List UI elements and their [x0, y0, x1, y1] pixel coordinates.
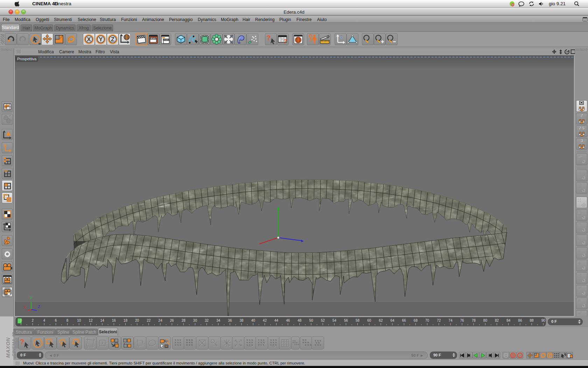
svg-text:16: 16 [112, 319, 116, 322]
svg-text:Z: Z [38, 305, 40, 309]
svg-text:58: 58 [356, 319, 360, 322]
svg-text:54: 54 [332, 319, 337, 322]
svg-text:2: 2 [581, 114, 583, 117]
svg-text:76: 76 [460, 319, 464, 322]
svg-text:24: 24 [158, 319, 162, 322]
svg-text:14: 14 [100, 319, 105, 322]
svg-text:Y: Y [30, 296, 33, 300]
svg-text:32: 32 [205, 319, 209, 322]
svg-text:52: 52 [321, 319, 325, 322]
svg-text:42: 42 [263, 319, 267, 322]
svg-text:38: 38 [239, 319, 244, 322]
svg-text:40: 40 [251, 319, 255, 322]
svg-text:12: 12 [89, 319, 93, 322]
svg-text:46: 46 [286, 319, 290, 322]
svg-text:6: 6 [55, 319, 57, 322]
svg-text:3: 3 [581, 139, 583, 143]
svg-text:74: 74 [448, 319, 453, 322]
svg-text:72: 72 [437, 319, 441, 322]
svg-text:34: 34 [216, 319, 220, 322]
svg-text:56: 56 [344, 319, 348, 322]
svg-text:86: 86 [518, 319, 522, 322]
svg-text:0: 0 [340, 34, 343, 40]
svg-text:P: P [549, 353, 551, 357]
svg-text:X: X [24, 305, 27, 309]
svg-text:80: 80 [483, 319, 488, 322]
svg-text:64: 64 [391, 319, 395, 322]
svg-text:50: 50 [309, 319, 313, 322]
svg-text:20: 20 [135, 319, 139, 322]
svg-text:?: ? [284, 39, 287, 45]
svg-text:28: 28 [182, 319, 186, 322]
svg-text:26: 26 [170, 319, 174, 322]
svg-text:Y: Y [99, 36, 103, 43]
svg-text:36: 36 [228, 319, 232, 322]
svg-text:?: ? [266, 34, 271, 42]
svg-text:18: 18 [124, 319, 128, 322]
svg-text:30: 30 [193, 319, 197, 322]
svg-text:4: 4 [43, 319, 46, 322]
svg-text:60: 60 [367, 319, 371, 322]
svg-text:88: 88 [530, 319, 534, 322]
svg-text:2: 2 [31, 319, 34, 322]
svg-text:68: 68 [414, 319, 418, 322]
svg-text:90: 90 [541, 319, 546, 322]
svg-text:62: 62 [379, 319, 383, 322]
svg-text:82: 82 [495, 319, 499, 322]
svg-text:22: 22 [147, 319, 151, 322]
svg-text:10: 10 [77, 319, 81, 322]
svg-text:X: X [87, 36, 91, 43]
svg-text:66: 66 [402, 319, 406, 322]
svg-text:44: 44 [274, 319, 279, 322]
svg-text:Z: Z [111, 36, 114, 43]
svg-text:48: 48 [298, 319, 302, 322]
svg-text:78: 78 [472, 319, 476, 322]
svg-text:70: 70 [425, 319, 429, 322]
svg-text:2.5: 2.5 [579, 126, 584, 130]
svg-text:?: ? [519, 353, 521, 357]
svg-text:0: 0 [20, 319, 22, 322]
svg-text:84: 84 [506, 319, 511, 322]
svg-text:α: α [327, 35, 329, 39]
svg-text:8: 8 [66, 319, 69, 322]
svg-text:?: ? [20, 338, 24, 346]
